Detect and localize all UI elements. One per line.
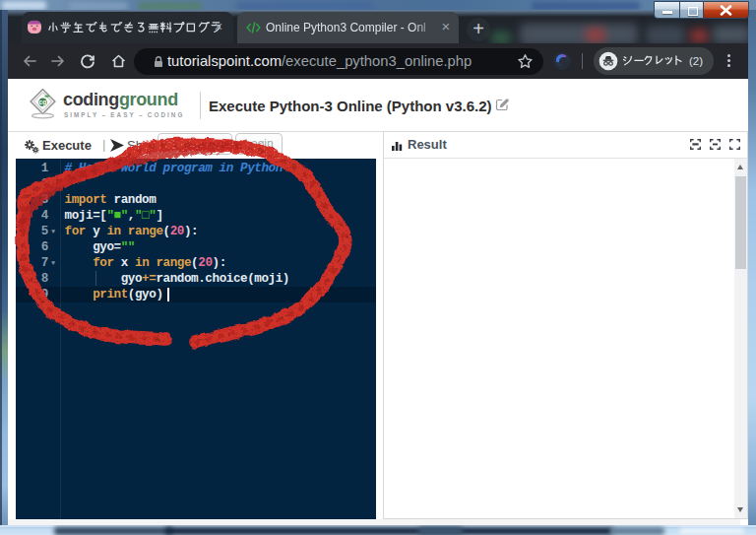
- svg-text:cg: cg: [39, 99, 47, 106]
